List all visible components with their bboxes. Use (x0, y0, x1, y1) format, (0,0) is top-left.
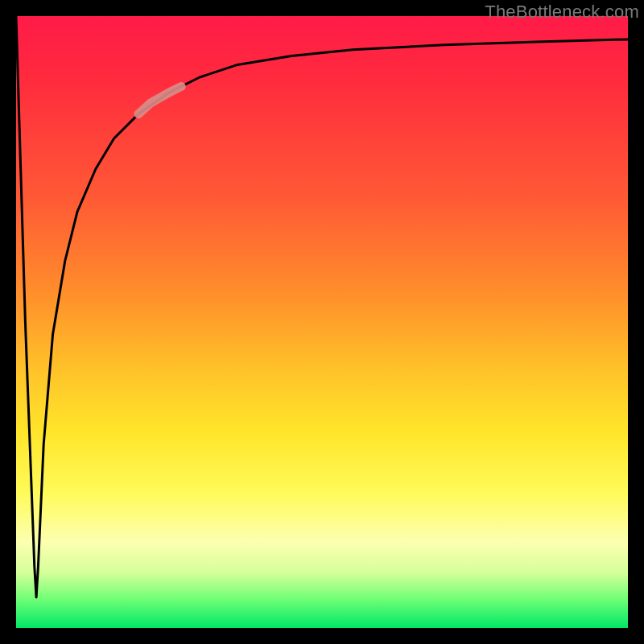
bottleneck-curve (16, 16, 628, 597)
curve-layer (16, 16, 628, 628)
highlight-segment (138, 86, 181, 114)
watermark-text: TheBottleneck.com (485, 2, 639, 23)
chart-frame: TheBottleneck.com (0, 0, 644, 644)
